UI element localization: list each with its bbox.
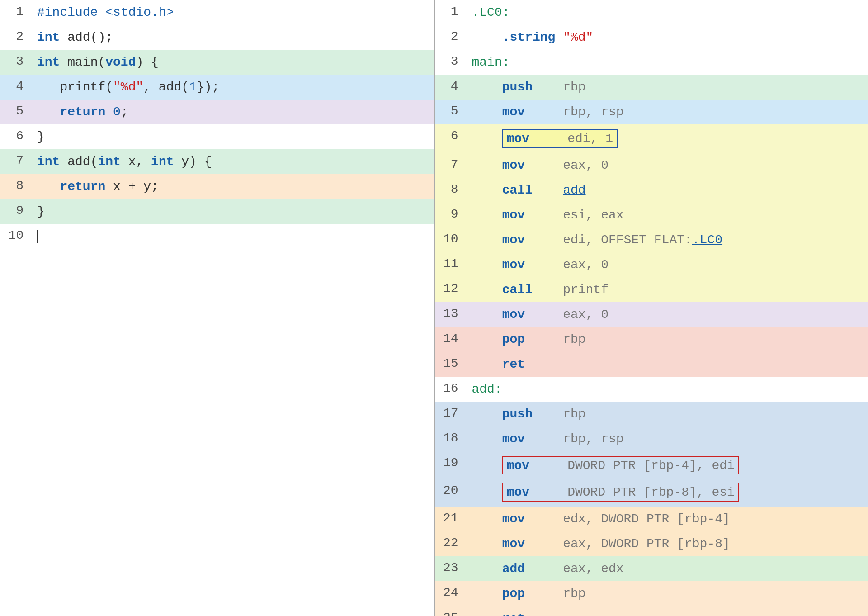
highlight-box: mov edi, 1 bbox=[502, 129, 618, 148]
token-kw: return bbox=[60, 180, 105, 194]
asm-line-content: mov edi, 1 bbox=[467, 124, 868, 153]
token-norm bbox=[533, 183, 563, 197]
line-content: return 0; bbox=[32, 100, 434, 124]
token-norm bbox=[525, 308, 563, 322]
asm-line: 16add: bbox=[435, 377, 868, 402]
asm-line-number: 6 bbox=[435, 124, 467, 153]
token-norm bbox=[37, 180, 60, 194]
asm-line-content: mov eax, 0 bbox=[467, 252, 868, 277]
token-norm bbox=[533, 80, 563, 94]
asm-line-content: add eax, edx bbox=[467, 556, 868, 581]
line-content: } bbox=[32, 124, 434, 149]
token-reg: rbp bbox=[563, 332, 585, 346]
token-dir: #include <stdio.h> bbox=[37, 5, 174, 19]
token-op: mov bbox=[502, 432, 525, 446]
token-norm bbox=[529, 459, 567, 473]
red-box: mov DWORD PTR [rbp-4], edi bbox=[502, 456, 739, 474]
token-num: 0 bbox=[113, 105, 121, 119]
token-kw: return bbox=[60, 105, 105, 119]
code-line: 9} bbox=[0, 199, 434, 224]
asm-line-content: mov rbp, rsp bbox=[467, 426, 868, 451]
line-content: #include <stdio.h> bbox=[32, 0, 434, 25]
asm-line-number: 16 bbox=[435, 377, 467, 402]
token-op: mov bbox=[502, 208, 525, 222]
token-norm bbox=[525, 587, 563, 601]
token-lbl: add: bbox=[472, 382, 502, 396]
asm-line-number: 1 bbox=[435, 0, 467, 25]
token-reg: eax, edx bbox=[563, 562, 623, 576]
token-op: mov bbox=[502, 258, 525, 272]
token-reg: printf bbox=[563, 283, 609, 297]
text-cursor bbox=[37, 230, 38, 243]
asm-line-content: mov edi, OFFSET FLAT:.LC0 bbox=[467, 227, 868, 252]
token-norm bbox=[533, 283, 563, 297]
token-op: mov bbox=[502, 512, 525, 526]
token-op: call bbox=[502, 183, 533, 197]
line-content: int main(void) { bbox=[32, 50, 434, 75]
line-content: printf("%d", add(1}); bbox=[32, 75, 434, 100]
asm-line-content: mov eax, DWORD PTR [rbp-8] bbox=[467, 531, 868, 556]
token-reg: eax, 0 bbox=[563, 158, 609, 172]
code-line: 1#include <stdio.h> bbox=[0, 0, 434, 25]
line-number: 4 bbox=[0, 75, 32, 100]
token-lbl: .LC0: bbox=[472, 5, 510, 19]
asm-line: 7 mov eax, 0 bbox=[435, 153, 868, 178]
token-kw: int bbox=[37, 155, 60, 169]
asm-line-number: 7 bbox=[435, 153, 467, 178]
asm-line-number: 14 bbox=[435, 327, 467, 352]
line-number: 1 bbox=[0, 0, 32, 25]
asm-line-content: main: bbox=[467, 50, 868, 75]
token-reg: rbp bbox=[563, 407, 585, 421]
token-norm bbox=[525, 258, 563, 272]
token-norm: x, bbox=[121, 155, 151, 169]
code-line: 3int main(void) { bbox=[0, 50, 434, 75]
asm-line-number: 8 bbox=[435, 178, 467, 203]
asm-line-content: add: bbox=[467, 377, 868, 402]
asm-line: 18 mov rbp, rsp bbox=[435, 426, 868, 451]
token-reg: esi, eax bbox=[563, 208, 623, 222]
asm-line-content: .LC0: bbox=[467, 0, 868, 25]
asm-line: 15 ret bbox=[435, 352, 868, 377]
asm-line-number: 3 bbox=[435, 50, 467, 75]
asm-line: 23 add eax, edx bbox=[435, 556, 868, 581]
token-link: .LC0 bbox=[692, 233, 722, 247]
left-pane: 1#include <stdio.h>2int add();3int main(… bbox=[0, 0, 435, 616]
asm-line: 3main: bbox=[435, 50, 868, 75]
asm-line-number: 2 bbox=[435, 25, 467, 50]
token-norm bbox=[525, 158, 563, 172]
code-line: 8 return x + y; bbox=[0, 174, 434, 199]
token-ptr: DWORD PTR [rbp-8], esi bbox=[567, 485, 735, 499]
token-op: add bbox=[502, 562, 525, 576]
token-op: mov bbox=[507, 459, 529, 473]
asm-line: 8 call add bbox=[435, 178, 868, 203]
token-norm bbox=[529, 485, 567, 499]
token-lbl: main: bbox=[472, 55, 510, 69]
token-norm bbox=[525, 512, 563, 526]
asm-line: 13 mov eax, 0 bbox=[435, 302, 868, 327]
asm-line: 24 pop rbp bbox=[435, 581, 868, 606]
asm-line: 12 call printf bbox=[435, 277, 868, 302]
token-op: pop bbox=[502, 587, 525, 601]
token-norm bbox=[525, 537, 563, 551]
code-line: 2int add(); bbox=[0, 25, 434, 50]
asm-line: 14 pop rbp bbox=[435, 327, 868, 352]
token-norm bbox=[555, 30, 563, 44]
asm-line-number: 22 bbox=[435, 531, 467, 556]
asm-line-number: 12 bbox=[435, 277, 467, 302]
asm-line: 10 mov edi, OFFSET FLAT:.LC0 bbox=[435, 227, 868, 252]
token-norm bbox=[525, 208, 563, 222]
token-norm bbox=[525, 562, 563, 576]
asm-line-number: 9 bbox=[435, 203, 467, 227]
asm-line: 6 mov edi, 1 bbox=[435, 124, 868, 153]
asm-line-content: ret bbox=[467, 352, 868, 377]
asm-line: 25 ret bbox=[435, 606, 868, 616]
asm-line-content: push rbp bbox=[467, 75, 868, 100]
token-norm bbox=[105, 105, 113, 119]
asm-line: 1.LC0: bbox=[435, 0, 868, 25]
token-norm bbox=[525, 432, 563, 446]
token-norm: x + y; bbox=[105, 180, 159, 194]
token-kw: int bbox=[37, 30, 60, 44]
asm-line: 21 mov edx, DWORD PTR [rbp-4] bbox=[435, 507, 868, 531]
token-op: call bbox=[502, 283, 533, 297]
token-reg: eax, 0 bbox=[563, 308, 609, 322]
